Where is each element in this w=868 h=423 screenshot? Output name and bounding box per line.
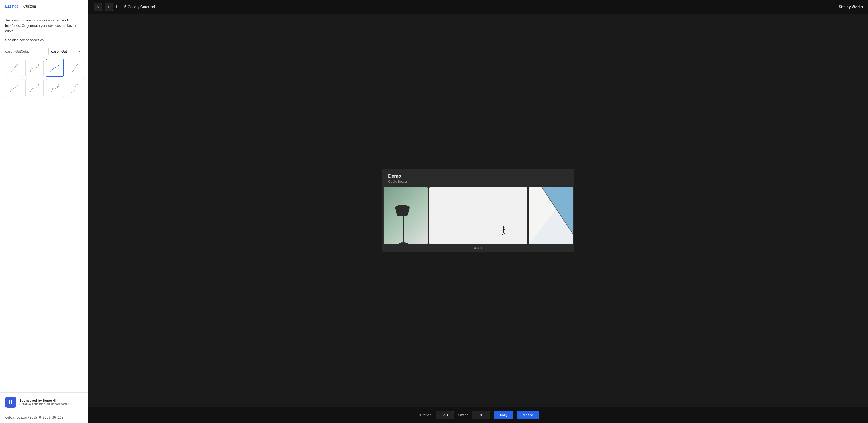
share-button[interactable]: Share [517,411,539,419]
easing-name-row: easeInOutCubic easeInOut easeIn easeOut … [5,48,83,55]
play-button[interactable]: Play [494,411,513,419]
top-bar-left: < > 1 — 5 Gallery Carousel [94,3,155,11]
dot-2[interactable] [480,247,482,249]
curve-grid [5,59,83,97]
svg-line-5 [502,232,504,236]
prev-button[interactable]: < [94,3,102,11]
tab-bar: Easings Custom [0,0,88,12]
top-bar-right: Site by Works [839,5,863,9]
curve-cell-5[interactable] [26,79,44,97]
carousel-slide-right [529,187,573,244]
curve-cell-7[interactable] [66,79,84,97]
curve-cell-3[interactable] [66,59,84,77]
next-button[interactable]: > [104,3,113,11]
dot-0[interactable] [474,247,476,249]
svg-line-7 [502,229,504,231]
curve-cell-0[interactable] [5,59,23,77]
carousel-area [382,187,575,244]
current-page: 1 [116,5,118,9]
cubic-code: cubic-bezier(0.65,0.05,0.36,1); [0,412,88,423]
lamp-illustration [389,192,420,244]
easing-name-label: easeInOutCubic [5,50,29,53]
dot-1[interactable] [477,247,479,249]
duration-label: Duration [417,413,431,417]
tab-easings[interactable]: Easings [5,0,18,12]
main-content: Demo Cubic Bezier [88,14,868,407]
svg-point-3 [503,226,505,228]
sponsor-text: Sponsored by SuperHi Creative education,… [19,398,69,406]
easing-select[interactable]: easeInOut easeIn easeOut linear easeInCu… [49,48,83,55]
svg-line-6 [504,232,505,234]
tab-custom[interactable]: Custom [23,0,36,12]
curve-cell-6[interactable] [46,79,64,97]
page-title: Gallery Carousel [128,5,155,9]
offset-input[interactable] [472,411,490,419]
curve-cell-4[interactable] [5,79,23,97]
site-name: Works [851,5,863,9]
curve-cell-2[interactable] [46,59,64,77]
dots [382,244,575,252]
offset-label: Offset [458,413,468,417]
figure-illustration [501,226,506,237]
description-text: Test common easing curves on a range of … [5,18,83,34]
left-panel: Easings Custom Test common easing curves… [0,0,88,423]
total-pages: 5 [124,5,126,9]
svg-point-2 [399,242,408,244]
breadcrumb: 1 — 5 Gallery Carousel [116,5,155,9]
right-panel: < > 1 — 5 Gallery Carousel Site by Works… [88,0,868,423]
demo-header: Demo Cubic Bezier [382,169,575,187]
sponsor-subtitle: Creative education, designed better. [19,402,69,406]
sponsor-block[interactable]: H Sponsored by SuperHi Creative educatio… [0,392,88,412]
bottom-bar: Duration Offset Play Share [88,407,868,423]
duration-input[interactable] [436,411,454,419]
see-also-text: See also box-shadows.co. [5,37,83,43]
curve-cell-1[interactable] [26,59,44,77]
svg-line-8 [504,229,505,230]
diagonal-illustration [529,187,573,244]
top-bar: < > 1 — 5 Gallery Carousel Site by Works [88,0,868,14]
sponsor-title: Sponsored by SuperHi [19,398,69,402]
demo-container: Demo Cubic Bezier [382,169,575,252]
panel-body: Test common easing curves on a range of … [0,12,88,392]
carousel-slide-left [383,187,428,244]
demo-title: Demo [388,174,568,179]
carousel-slide-center [429,187,527,244]
demo-subtitle: Cubic Bezier [388,180,568,183]
sponsor-logo: H [5,397,16,407]
